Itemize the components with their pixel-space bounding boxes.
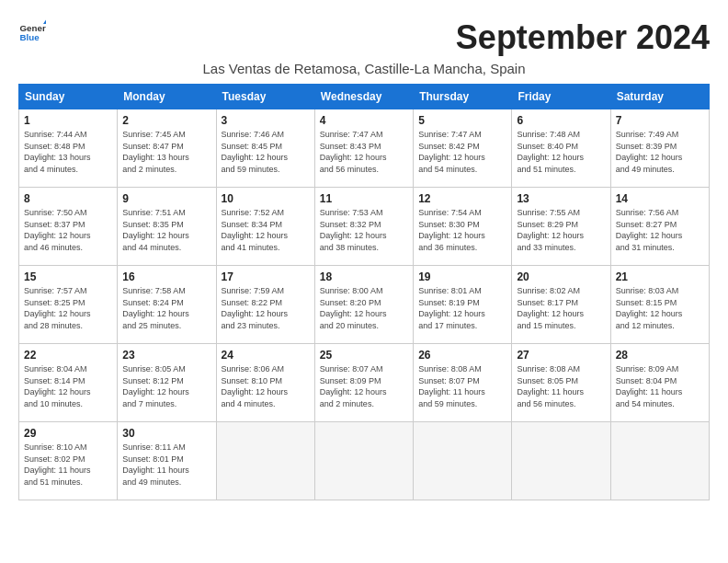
day-info: Sunrise: 7:47 AM Sunset: 8:42 PM Dayligh… [418, 129, 506, 175]
day-number: 20 [517, 270, 605, 283]
day-number: 17 [222, 270, 310, 283]
calendar-week-row: 8Sunrise: 7:50 AM Sunset: 8:37 PM Daylig… [19, 188, 710, 266]
calendar-header-cell: Friday [512, 85, 610, 109]
day-number: 29 [24, 427, 112, 440]
calendar-week-row: 15Sunrise: 7:57 AM Sunset: 8:25 PM Dayli… [19, 266, 710, 344]
day-info: Sunrise: 7:49 AM Sunset: 8:39 PM Dayligh… [616, 129, 704, 175]
calendar-header-cell: Wednesday [314, 85, 413, 109]
day-info: Sunrise: 7:58 AM Sunset: 8:24 PM Dayligh… [122, 285, 210, 331]
day-info: Sunrise: 8:01 AM Sunset: 8:19 PM Dayligh… [418, 285, 506, 331]
day-number: 8 [24, 192, 112, 205]
calendar-day-cell: 14Sunrise: 7:56 AM Sunset: 8:27 PM Dayli… [610, 188, 709, 266]
day-info: Sunrise: 7:55 AM Sunset: 8:29 PM Dayligh… [517, 207, 605, 253]
calendar-day-cell: 9Sunrise: 7:51 AM Sunset: 8:35 PM Daylig… [118, 188, 216, 266]
calendar-body: 1Sunrise: 7:44 AM Sunset: 8:48 PM Daylig… [19, 109, 710, 500]
day-number: 5 [418, 114, 506, 127]
svg-marker-2 [43, 20, 46, 25]
calendar-day-cell [610, 422, 709, 500]
calendar-day-cell [314, 422, 413, 500]
calendar-day-cell: 30Sunrise: 8:11 AM Sunset: 8:01 PM Dayli… [118, 422, 216, 500]
day-info: Sunrise: 8:08 AM Sunset: 8:05 PM Dayligh… [517, 363, 605, 409]
calendar-day-cell: 24Sunrise: 8:06 AM Sunset: 8:10 PM Dayli… [216, 344, 314, 422]
calendar-day-cell: 11Sunrise: 7:53 AM Sunset: 8:32 PM Dayli… [314, 188, 413, 266]
day-info: Sunrise: 8:03 AM Sunset: 8:15 PM Dayligh… [616, 285, 704, 331]
calendar-day-cell: 1Sunrise: 7:44 AM Sunset: 8:48 PM Daylig… [19, 109, 118, 188]
calendar-day-cell [414, 422, 512, 500]
svg-text:Blue: Blue [20, 32, 40, 42]
day-number: 27 [517, 349, 605, 362]
calendar-table: SundayMondayTuesdayWednesdayThursdayFrid… [18, 84, 710, 500]
calendar-day-cell: 10Sunrise: 7:52 AM Sunset: 8:34 PM Dayli… [216, 188, 314, 266]
day-number: 9 [122, 192, 210, 205]
calendar-day-cell: 6Sunrise: 7:48 AM Sunset: 8:40 PM Daylig… [512, 109, 610, 188]
calendar-day-cell: 7Sunrise: 7:49 AM Sunset: 8:39 PM Daylig… [610, 109, 709, 188]
month-title: September 2024 [456, 18, 710, 57]
calendar-header-cell: Tuesday [216, 85, 314, 109]
day-info: Sunrise: 7:48 AM Sunset: 8:40 PM Dayligh… [517, 129, 605, 175]
calendar-day-cell: 22Sunrise: 8:04 AM Sunset: 8:14 PM Dayli… [19, 344, 118, 422]
day-number: 23 [122, 349, 210, 362]
day-number: 24 [222, 349, 310, 362]
day-info: Sunrise: 7:53 AM Sunset: 8:32 PM Dayligh… [320, 207, 408, 253]
day-info: Sunrise: 7:59 AM Sunset: 8:22 PM Dayligh… [222, 285, 310, 331]
day-number: 25 [320, 349, 408, 362]
calendar-week-row: 22Sunrise: 8:04 AM Sunset: 8:14 PM Dayli… [19, 344, 710, 422]
day-info: Sunrise: 7:45 AM Sunset: 8:47 PM Dayligh… [122, 129, 210, 175]
calendar-day-cell: 25Sunrise: 8:07 AM Sunset: 8:09 PM Dayli… [314, 344, 413, 422]
day-number: 2 [122, 114, 210, 127]
day-number: 11 [320, 192, 408, 205]
day-info: Sunrise: 7:44 AM Sunset: 8:48 PM Dayligh… [24, 129, 112, 175]
day-number: 18 [320, 270, 408, 283]
svg-text:General: General [20, 23, 47, 33]
calendar-header-cell: Thursday [414, 85, 512, 109]
calendar-week-row: 1Sunrise: 7:44 AM Sunset: 8:48 PM Daylig… [19, 109, 710, 188]
calendar-header-cell: Sunday [19, 85, 118, 109]
calendar-day-cell: 16Sunrise: 7:58 AM Sunset: 8:24 PM Dayli… [118, 266, 216, 344]
day-info: Sunrise: 7:57 AM Sunset: 8:25 PM Dayligh… [24, 285, 112, 331]
day-number: 26 [418, 349, 506, 362]
day-info: Sunrise: 7:56 AM Sunset: 8:27 PM Dayligh… [616, 207, 704, 253]
calendar-header-cell: Monday [118, 85, 216, 109]
calendar-day-cell: 17Sunrise: 7:59 AM Sunset: 8:22 PM Dayli… [216, 266, 314, 344]
calendar-day-cell: 12Sunrise: 7:54 AM Sunset: 8:30 PM Dayli… [414, 188, 512, 266]
day-number: 28 [616, 349, 704, 362]
day-info: Sunrise: 7:52 AM Sunset: 8:34 PM Dayligh… [222, 207, 310, 253]
day-number: 6 [517, 114, 605, 127]
day-number: 16 [122, 270, 210, 283]
day-info: Sunrise: 7:51 AM Sunset: 8:35 PM Dayligh… [122, 207, 210, 253]
calendar-day-cell: 26Sunrise: 8:08 AM Sunset: 8:07 PM Dayli… [414, 344, 512, 422]
day-info: Sunrise: 8:11 AM Sunset: 8:01 PM Dayligh… [122, 442, 210, 488]
day-info: Sunrise: 7:54 AM Sunset: 8:30 PM Dayligh… [418, 207, 506, 253]
day-number: 19 [418, 270, 506, 283]
calendar-day-cell: 8Sunrise: 7:50 AM Sunset: 8:37 PM Daylig… [19, 188, 118, 266]
day-number: 1 [24, 114, 112, 127]
calendar-day-cell: 3Sunrise: 7:46 AM Sunset: 8:45 PM Daylig… [216, 109, 314, 188]
logo: General Blue [18, 18, 46, 46]
calendar-day-cell: 23Sunrise: 8:05 AM Sunset: 8:12 PM Dayli… [118, 344, 216, 422]
calendar-day-cell: 19Sunrise: 8:01 AM Sunset: 8:19 PM Dayli… [414, 266, 512, 344]
day-info: Sunrise: 8:09 AM Sunset: 8:04 PM Dayligh… [616, 363, 704, 409]
calendar-day-cell: 29Sunrise: 8:10 AM Sunset: 8:02 PM Dayli… [19, 422, 118, 500]
day-number: 15 [24, 270, 112, 283]
calendar-week-row: 29Sunrise: 8:10 AM Sunset: 8:02 PM Dayli… [19, 422, 710, 500]
day-info: Sunrise: 8:00 AM Sunset: 8:20 PM Dayligh… [320, 285, 408, 331]
calendar-header-row: SundayMondayTuesdayWednesdayThursdayFrid… [19, 85, 710, 109]
day-info: Sunrise: 8:04 AM Sunset: 8:14 PM Dayligh… [24, 363, 112, 409]
calendar-day-cell: 21Sunrise: 8:03 AM Sunset: 8:15 PM Dayli… [610, 266, 709, 344]
day-info: Sunrise: 8:08 AM Sunset: 8:07 PM Dayligh… [418, 363, 506, 409]
day-info: Sunrise: 8:06 AM Sunset: 8:10 PM Dayligh… [222, 363, 310, 409]
calendar-day-cell: 20Sunrise: 8:02 AM Sunset: 8:17 PM Dayli… [512, 266, 610, 344]
calendar-header-cell: Saturday [610, 85, 709, 109]
day-info: Sunrise: 8:10 AM Sunset: 8:02 PM Dayligh… [24, 442, 112, 488]
day-number: 7 [616, 114, 704, 127]
day-number: 3 [222, 114, 310, 127]
calendar-day-cell: 18Sunrise: 8:00 AM Sunset: 8:20 PM Dayli… [314, 266, 413, 344]
calendar-day-cell [216, 422, 314, 500]
day-number: 30 [122, 427, 210, 440]
day-number: 10 [222, 192, 310, 205]
day-number: 14 [616, 192, 704, 205]
day-info: Sunrise: 7:46 AM Sunset: 8:45 PM Dayligh… [222, 129, 310, 175]
calendar-day-cell [512, 422, 610, 500]
day-number: 13 [517, 192, 605, 205]
general-blue-logo-icon: General Blue [18, 18, 46, 46]
